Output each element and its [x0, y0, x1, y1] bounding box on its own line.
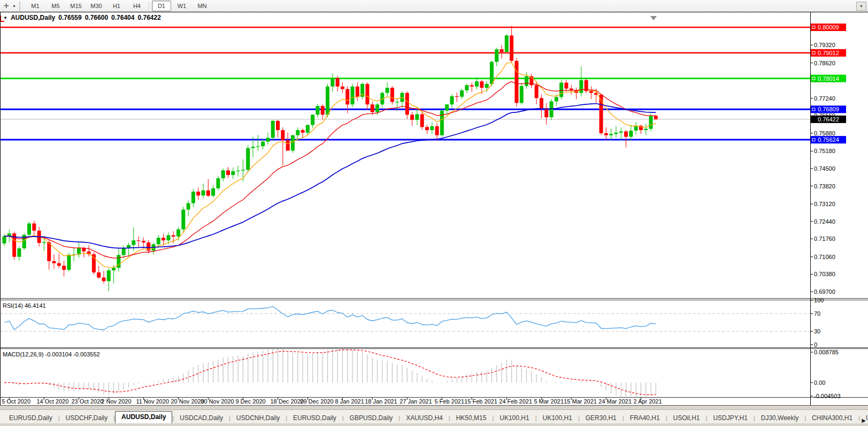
symbol-marker-icon: ▼ [3, 16, 7, 20]
open-value: 0.76559 [58, 14, 81, 21]
chart-window: ▼ AUDUSD,Daily 0.76559 0.76600 0.76404 0… [0, 12, 868, 406]
price-tick-label: 0.77240 [814, 95, 835, 102]
low-value: 0.76404 [111, 14, 134, 21]
price-tick-label: 0.73120 [814, 201, 835, 207]
chart-tab-dj30-weekly[interactable]: DJ30,Weekly [755, 413, 804, 423]
svg-text:0.80009: 0.80009 [818, 24, 839, 31]
chart-tab-bar: EURUSD,Daily|USDCHF,Daily|AUDUSD,Daily|U… [0, 409, 868, 423]
macd-label: MACD(12,26,9) -0.003104 -0.003552 [3, 351, 100, 357]
date-label: 11 Nov 2020 [136, 398, 169, 405]
timeframe-button-h4[interactable]: H4 [127, 1, 147, 11]
status-strip [0, 423, 868, 426]
chart-tab-fra40-h1[interactable]: FRA40,H1 [624, 413, 666, 423]
chart-tab-audusd-daily[interactable]: AUDUSD,Daily [115, 411, 172, 423]
date-label: 30 Nov 2020 [201, 398, 234, 405]
timeframe-button-mn[interactable]: MN [193, 1, 212, 11]
rsi-tick-label: 100 [814, 297, 824, 303]
svg-text:0.78014: 0.78014 [818, 75, 839, 82]
price-tick-label: 0.79320 [814, 42, 835, 48]
rsi-tick-label: 0 [814, 341, 817, 348]
date-label: 27 Jan 2021 [400, 398, 432, 405]
price-tick-label: 0.72440 [814, 218, 835, 225]
svg-text:0.75624: 0.75624 [818, 136, 839, 143]
symbol-label: AUDUSD,Daily [11, 14, 55, 21]
date-label: 9 Dec 2020 [235, 398, 265, 405]
svg-text:0.76422: 0.76422 [818, 116, 839, 123]
toolbar-separator [149, 2, 150, 10]
chart-tab-hk50-m15[interactable]: HK50,M15 [450, 413, 493, 423]
high-value: 0.76600 [85, 14, 108, 21]
rsi-tick-label: 70 [814, 310, 820, 317]
macd-tick-label: 0.008785 [814, 349, 839, 355]
chart-tab-eurusd-daily[interactable]: EURUSD,Daily [3, 413, 58, 423]
chart-tab-usdjpy-h1[interactable]: USDJPY,H1 [707, 413, 753, 423]
timeframe-button-h1[interactable]: H1 [107, 1, 126, 11]
chart-tab-uk100-h1[interactable]: UK100,H1 [537, 413, 578, 423]
price-tick-label: 0.78620 [814, 60, 835, 66]
timeframe-group: M1M5M15M30H1H4 [25, 1, 147, 11]
chart-tab-china300-h1[interactable]: CHINA300,H1 [806, 413, 858, 423]
chart-tab-gbpusd-daily[interactable]: GBPUSD,Daily [344, 413, 399, 423]
price-tick-label: 0.75180 [814, 148, 835, 154]
date-label: 18 Jan 2021 [365, 398, 397, 405]
rsi-label: RSI(14) 46.4141 [3, 302, 46, 309]
tab-scroll-right-icon[interactable]: ▶ [862, 417, 866, 423]
price-chart[interactable]: RSI(14) 46.4141MACD(12,26,9) -0.003104 -… [0, 12, 868, 406]
date-label: 15 Mar 2021 [564, 398, 597, 405]
timeframe-button-d1[interactable]: D1 [152, 1, 171, 11]
macd-tick-label: -0.004503 [814, 393, 841, 399]
date-label: 5 Mar 2021 [534, 398, 564, 405]
timeframe-button-m1[interactable]: M1 [26, 1, 45, 11]
date-label: 2 Apr 2021 [633, 398, 662, 405]
date-label: 5 Feb 2021 [434, 398, 464, 405]
timeframe-button-m15[interactable]: M15 [66, 1, 86, 11]
window-divider [0, 406, 868, 409]
chart-tab-usdchf-daily[interactable]: USDCHF,Daily [60, 413, 114, 423]
price-tick-label: 0.75880 [814, 130, 835, 136]
chart-tab-usdcnh-daily[interactable]: USDCNH,Daily [231, 413, 286, 423]
timeframe-button-w1[interactable]: W1 [172, 1, 191, 11]
price-axis[interactable]: 0.793200.786200.779400.772400.765600.758… [810, 24, 846, 399]
svg-text:0.76809: 0.76809 [818, 106, 839, 112]
price-tick-label: 0.71760 [814, 235, 835, 242]
price-tick-label: 0.74500 [814, 165, 835, 172]
time-axis[interactable]: 5 Oct 202014 Oct 202023 Oct 20202 Nov 20… [2, 398, 662, 405]
axis-dropdown-button[interactable]: ▼ [856, 2, 866, 11]
timeframe-group: D1W1MN [151, 1, 212, 11]
date-label: 15 Feb 2021 [464, 398, 497, 405]
timeframe-button-m30[interactable]: M30 [87, 1, 106, 11]
price-tick-label: 0.73820 [814, 183, 835, 189]
price-tick-label: 0.70380 [814, 271, 835, 277]
date-label: 18 Dec 2020 [271, 398, 304, 405]
date-label: 24 Mar 2021 [598, 398, 632, 405]
price-tick-label: 0.71060 [814, 254, 835, 260]
date-label: 23 Oct 2020 [72, 398, 104, 405]
toolbar-grip-handle[interactable] [19, 2, 23, 10]
chart-title: ▼ AUDUSD,Daily 0.76559 0.76600 0.76404 0… [3, 14, 161, 21]
chart-tab-eurusd-daily[interactable]: EURUSD,Daily [287, 413, 342, 423]
chart-tab-uk100-h1[interactable]: UK100,H1 [494, 413, 535, 423]
price-tick-label: 0.69700 [814, 288, 835, 295]
date-label: 14 Oct 2020 [36, 398, 68, 405]
close-value: 0.76422 [137, 14, 160, 21]
date-label: 5 Oct 2020 [2, 398, 30, 405]
timeframe-toolbar: ✛ ▼ M1M5M15M30H1H4 D1W1MN ▼ [0, 0, 868, 12]
date-label: 24 Feb 2021 [499, 398, 532, 405]
date-label: 8 Jan 2021 [335, 398, 364, 405]
timeframe-button-m5[interactable]: M5 [46, 1, 65, 11]
chart-tab-xauusd-h4[interactable]: XAUUSD,H4 [400, 413, 449, 423]
date-label: 2 Nov 2020 [101, 398, 131, 405]
crosshair-tool-icon[interactable]: ✛ [2, 1, 11, 11]
date-label: 29 Dec 2020 [300, 398, 333, 405]
chevron-down-icon[interactable]: ▼ [12, 4, 16, 8]
chart-tab-ger30-h1[interactable]: GER30,H1 [580, 413, 623, 423]
chart-tab-usdcad-daily[interactable]: USDCAD,Daily [174, 413, 229, 423]
svg-text:0.79012: 0.79012 [818, 50, 839, 56]
macd-tick-label: 0.00 [814, 379, 825, 386]
rsi-tick-label: 30 [814, 328, 820, 334]
date-label: 20 Nov 2020 [171, 398, 204, 405]
chart-tab-usoil-h1[interactable]: USOil,H1 [667, 413, 706, 423]
